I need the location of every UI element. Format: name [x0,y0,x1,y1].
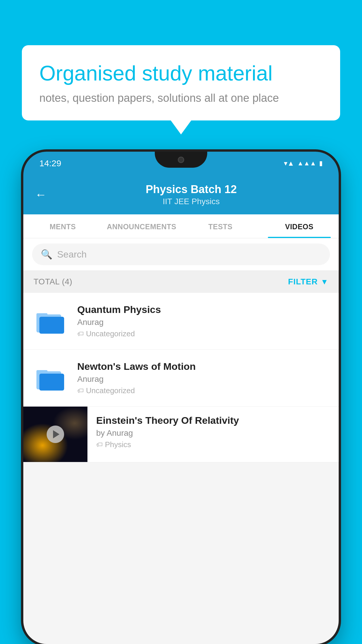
tab-announcements[interactable]: ANNOUNCEMENTS [102,214,181,238]
header-subtitle: IIT JEE Physics [55,197,327,206]
video-tag-2: 🏷 Uncategorized [77,386,328,395]
status-icons: ▾▲ ▲▲▲ ▮ [284,159,323,167]
folder-icon-2 [36,365,66,391]
video-title-3: Einstein's Theory Of Relativity [96,415,330,426]
filter-icon: ▼ [321,277,328,286]
status-bar: 14:29 ▾▲ ▲▲▲ ▮ [23,152,339,175]
play-triangle-icon [53,430,59,438]
video-info-3: Einstein's Theory Of Relativity by Anura… [87,407,339,457]
tag-label-2: Uncategorized [86,386,135,395]
video-thumbnail-3 [23,407,87,462]
header-title-block: Physics Batch 12 IIT JEE Physics [55,183,327,206]
search-placeholder: Search [57,249,87,260]
tag-icon-2: 🏷 [77,387,84,395]
back-button[interactable]: ← [35,188,47,201]
list-item[interactable]: Einstein's Theory Of Relativity by Anura… [23,407,339,462]
video-tag-1: 🏷 Uncategorized [77,329,328,338]
header-title: Physics Batch 12 [55,183,327,196]
search-icon: 🔍 [41,249,52,260]
speech-bubble-container: Organised study material notes, question… [22,45,340,120]
filter-row: TOTAL (4) FILTER ▼ [23,271,339,293]
search-bar-container: 🔍 Search [23,238,339,271]
video-thumb-2 [34,363,68,393]
speech-bubble: Organised study material notes, question… [22,45,340,120]
video-info-2: Newton's Laws of Motion Anurag 🏷 Uncateg… [77,361,328,395]
tab-tests[interactable]: TESTS [181,214,260,238]
video-thumb-1 [34,307,68,336]
svg-rect-2 [39,317,64,334]
background: Organised study material notes, question… [0,0,362,644]
app-header: ← Physics Batch 12 IIT JEE Physics [23,175,339,214]
tag-icon-1: 🏷 [77,330,84,338]
speech-bubble-heading: Organised study material [39,61,323,85]
speech-bubble-subtext: notes, question papers, solutions all at… [39,92,323,104]
tag-icon-3: 🏷 [96,441,103,449]
filter-button[interactable]: FILTER ▼ [288,277,328,286]
video-info-1: Quantum Physics Anurag 🏷 Uncategorized [77,304,328,338]
total-count: TOTAL (4) [34,277,72,286]
list-item[interactable]: Newton's Laws of Motion Anurag 🏷 Uncateg… [23,350,339,407]
battery-icon: ▮ [319,160,323,167]
phone-device: 14:29 ▾▲ ▲▲▲ ▮ ← Physics Batch 12 [23,152,339,644]
svg-rect-5 [39,374,64,391]
video-tag-3: 🏷 Physics [96,440,330,449]
phone-wrapper: 14:29 ▾▲ ▲▲▲ ▮ ← Physics Batch 12 [23,152,339,644]
search-bar[interactable]: 🔍 Search [32,244,330,265]
folder-icon-1 [36,308,66,334]
video-author-3: by Anurag [96,428,330,438]
video-list: Quantum Physics Anurag 🏷 Uncategorized [23,293,339,462]
video-title-2: Newton's Laws of Motion [77,361,328,372]
tab-ments[interactable]: MENTS [23,214,102,238]
svg-rect-4 [36,370,48,374]
phone-screen: 🔍 Search TOTAL (4) FILTER ▼ [23,238,339,644]
phone-notch [155,152,207,168]
list-item[interactable]: Quantum Physics Anurag 🏷 Uncategorized [23,293,339,350]
tag-label-1: Uncategorized [86,329,135,338]
signal-icon: ▲▲▲ [297,160,316,167]
play-button[interactable] [47,426,64,443]
status-time: 14:29 [39,158,61,168]
video-author-1: Anurag [77,318,328,327]
tag-label-3: Physics [105,440,131,449]
svg-rect-1 [36,313,48,317]
filter-label: FILTER [288,277,318,286]
tab-videos[interactable]: VIDEOS [260,214,339,238]
wifi-icon: ▾▲ [284,159,294,167]
video-author-2: Anurag [77,374,328,384]
tabs: MENTS ANNOUNCEMENTS TESTS VIDEOS [23,214,339,238]
video-title-1: Quantum Physics [77,304,328,315]
camera [178,157,184,163]
